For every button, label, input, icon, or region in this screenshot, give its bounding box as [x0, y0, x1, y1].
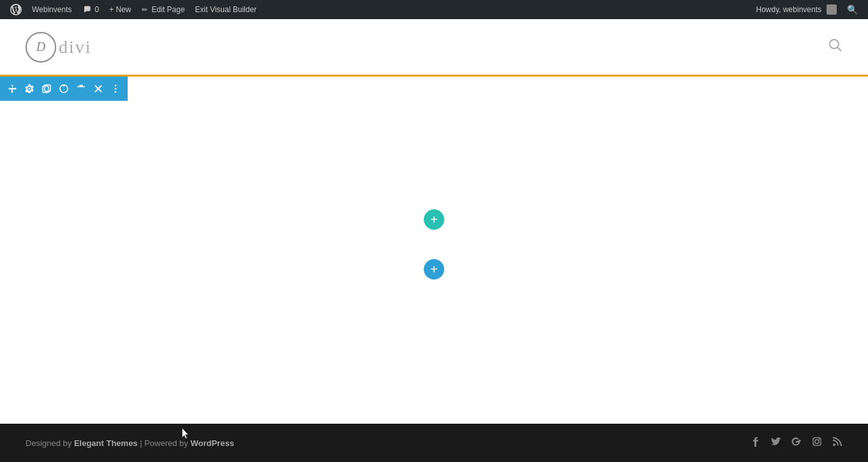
admin-bar: Webinvents 0 + New ✏ Edit Page Exit Visu… — [0, 0, 868, 19]
vb-toolbar — [0, 77, 128, 101]
howdy-item[interactable]: Howdy, webinvents — [751, 0, 842, 19]
rss-icon[interactable] — [832, 436, 842, 449]
site-header: D divi — [0, 19, 868, 77]
edit-page-label: Edit Page — [152, 5, 185, 14]
comments-icon — [82, 4, 92, 15]
logo-letter: D — [36, 40, 45, 54]
wp-logo-item[interactable] — [5, 0, 27, 19]
facebook-icon[interactable] — [751, 436, 761, 449]
svg-point-15 — [819, 439, 820, 440]
comments-count: 0 — [94, 5, 99, 14]
logo-text: divi — [59, 37, 92, 57]
add-row-blue-button[interactable]: + — [424, 259, 444, 279]
powered-by: | Powered by — [138, 438, 191, 448]
wordpress-link[interactable]: WordPress — [190, 438, 234, 448]
site-name: Webinvents — [32, 5, 71, 14]
clone-icon — [41, 84, 52, 94]
elegant-themes-link[interactable]: Elegant Themes — [74, 438, 138, 448]
footer-text: Designed by Elegant Themes | Powered by … — [26, 438, 234, 448]
header-search-icon[interactable] — [828, 38, 842, 56]
exit-builder-label: Exit Visual Builder — [195, 5, 257, 14]
designed-by: Designed by — [26, 438, 74, 448]
google-plus-icon[interactable] — [791, 436, 802, 449]
svg-rect-7 — [77, 86, 85, 87]
move-button[interactable] — [5, 80, 20, 98]
toggle-icon — [59, 84, 69, 94]
more-icon — [111, 84, 120, 93]
new-item[interactable]: + New — [104, 0, 136, 19]
admin-bar-right: Howdy, webinvents 🔍 — [751, 0, 864, 19]
svg-point-0 — [830, 40, 839, 48]
toggle-button[interactable] — [57, 80, 71, 98]
twitter-icon[interactable] — [771, 436, 781, 449]
new-label: + New — [109, 5, 131, 14]
settings-icon — [24, 84, 34, 94]
close-button[interactable] — [91, 80, 105, 98]
site-footer: Designed by Elegant Themes | Powered by … — [0, 424, 868, 462]
more-button[interactable] — [108, 80, 123, 98]
clone-button[interactable] — [40, 80, 54, 98]
svg-point-11 — [114, 88, 116, 90]
divi-logo: D divi — [26, 32, 92, 63]
add-row-green-button[interactable]: + — [424, 209, 444, 230]
logo-circle: D — [26, 32, 56, 63]
search-icon — [828, 38, 842, 52]
svg-point-14 — [815, 440, 819, 443]
admin-search-item[interactable]: 🔍 — [842, 0, 863, 19]
svg-rect-6 — [79, 85, 83, 86]
main-content: + + — [0, 101, 868, 401]
close-icon — [94, 84, 103, 93]
admin-search-icon: 🔍 — [847, 4, 858, 15]
delete-button[interactable] — [73, 80, 88, 98]
site-name-item[interactable]: Webinvents — [27, 0, 77, 19]
exit-builder-item[interactable]: Exit Visual Builder — [190, 0, 262, 19]
edit-page-item[interactable]: ✏ Edit Page — [137, 0, 190, 19]
svg-point-16 — [833, 443, 835, 446]
comments-item[interactable]: 0 — [77, 0, 104, 19]
delete-icon — [76, 84, 86, 94]
wp-logo-icon — [10, 4, 22, 15]
svg-point-12 — [114, 91, 116, 93]
settings-button[interactable] — [22, 80, 37, 98]
svg-line-1 — [837, 47, 841, 51]
instagram-icon[interactable] — [812, 436, 822, 449]
user-avatar — [827, 4, 837, 15]
svg-point-10 — [114, 85, 116, 87]
howdy-text: Howdy, webinvents — [756, 5, 822, 14]
footer-social — [751, 436, 842, 449]
move-icon — [7, 84, 17, 94]
